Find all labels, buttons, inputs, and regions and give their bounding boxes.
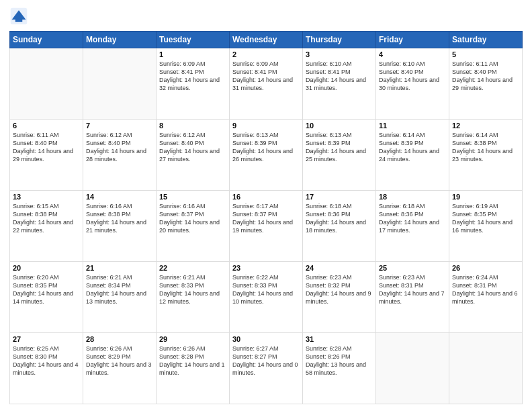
day-number: 31: [306, 335, 373, 343]
calendar-cell: 9Sunrise: 6:13 AM Sunset: 8:39 PM Daylig…: [230, 120, 303, 191]
calendar-cell: [10, 48, 83, 120]
weekday-header-row: SundayMondayTuesdayWednesdayThursdayFrid…: [10, 32, 523, 48]
page: SundayMondayTuesdayWednesdayThursdayFrid…: [0, 0, 532, 411]
calendar-cell: 20Sunrise: 6:20 AM Sunset: 8:35 PM Dayli…: [10, 262, 83, 333]
weekday-header-cell: Thursday: [303, 32, 376, 48]
day-number: 9: [232, 122, 300, 130]
calendar-cell: 7Sunrise: 6:12 AM Sunset: 8:40 PM Daylig…: [83, 120, 157, 191]
day-info: Sunrise: 6:11 AM Sunset: 8:40 PM Dayligh…: [13, 131, 80, 164]
day-number: 1: [159, 50, 226, 58]
calendar-week-row: 20Sunrise: 6:20 AM Sunset: 8:35 PM Dayli…: [10, 262, 523, 333]
calendar-week-row: 27Sunrise: 6:25 AM Sunset: 8:30 PM Dayli…: [10, 333, 523, 404]
day-number: 18: [379, 193, 446, 201]
calendar-cell: 19Sunrise: 6:19 AM Sunset: 8:35 PM Dayli…: [449, 191, 523, 262]
day-info: Sunrise: 6:21 AM Sunset: 8:34 PM Dayligh…: [86, 273, 153, 306]
day-info: Sunrise: 6:13 AM Sunset: 8:39 PM Dayligh…: [306, 131, 373, 164]
weekday-header-cell: Saturday: [449, 32, 523, 48]
day-number: 22: [159, 264, 226, 272]
day-info: Sunrise: 6:12 AM Sunset: 8:40 PM Dayligh…: [86, 131, 153, 164]
calendar-cell: 31Sunrise: 6:28 AM Sunset: 8:26 PM Dayli…: [303, 333, 376, 404]
day-info: Sunrise: 6:22 AM Sunset: 8:33 PM Dayligh…: [232, 273, 300, 306]
logo-icon: [9, 7, 28, 26]
day-number: 4: [379, 50, 446, 58]
day-info: Sunrise: 6:09 AM Sunset: 8:41 PM Dayligh…: [159, 60, 226, 93]
calendar-cell: 29Sunrise: 6:26 AM Sunset: 8:28 PM Dayli…: [157, 333, 230, 404]
day-number: 15: [159, 193, 226, 201]
calendar-cell: 4Sunrise: 6:10 AM Sunset: 8:40 PM Daylig…: [376, 48, 449, 120]
header: [9, 7, 523, 26]
day-info: Sunrise: 6:15 AM Sunset: 8:38 PM Dayligh…: [13, 202, 80, 235]
calendar-cell: 15Sunrise: 6:16 AM Sunset: 8:37 PM Dayli…: [157, 191, 230, 262]
weekday-header-cell: Sunday: [10, 32, 83, 48]
day-number: 24: [306, 264, 373, 272]
day-info: Sunrise: 6:12 AM Sunset: 8:40 PM Dayligh…: [159, 131, 226, 164]
calendar-cell: 16Sunrise: 6:17 AM Sunset: 8:37 PM Dayli…: [230, 191, 303, 262]
calendar-cell: 10Sunrise: 6:13 AM Sunset: 8:39 PM Dayli…: [303, 120, 376, 191]
day-number: 12: [452, 122, 519, 130]
calendar-body: 1Sunrise: 6:09 AM Sunset: 8:41 PM Daylig…: [10, 48, 523, 404]
day-info: Sunrise: 6:26 AM Sunset: 8:28 PM Dayligh…: [159, 345, 226, 377]
svg-rect-2: [15, 19, 23, 22]
day-info: Sunrise: 6:26 AM Sunset: 8:29 PM Dayligh…: [86, 345, 153, 377]
calendar-cell: 17Sunrise: 6:18 AM Sunset: 8:36 PM Dayli…: [303, 191, 376, 262]
calendar-cell: 14Sunrise: 6:16 AM Sunset: 8:38 PM Dayli…: [83, 191, 157, 262]
logo: [9, 7, 31, 26]
day-number: 26: [452, 264, 519, 272]
day-info: Sunrise: 6:16 AM Sunset: 8:37 PM Dayligh…: [159, 202, 226, 235]
day-number: 5: [452, 50, 519, 58]
calendar-cell: 12Sunrise: 6:14 AM Sunset: 8:38 PM Dayli…: [449, 120, 523, 191]
day-info: Sunrise: 6:18 AM Sunset: 8:36 PM Dayligh…: [306, 202, 373, 235]
calendar-cell: 22Sunrise: 6:21 AM Sunset: 8:33 PM Dayli…: [157, 262, 230, 333]
calendar-cell: 21Sunrise: 6:21 AM Sunset: 8:34 PM Dayli…: [83, 262, 157, 333]
day-number: 6: [13, 122, 80, 130]
day-number: 27: [13, 335, 80, 343]
calendar-cell: 18Sunrise: 6:18 AM Sunset: 8:36 PM Dayli…: [376, 191, 449, 262]
day-number: 10: [306, 122, 373, 130]
day-number: 17: [306, 193, 373, 201]
calendar-cell: [376, 333, 449, 404]
day-info: Sunrise: 6:13 AM Sunset: 8:39 PM Dayligh…: [232, 131, 300, 164]
day-info: Sunrise: 6:09 AM Sunset: 8:41 PM Dayligh…: [232, 60, 300, 93]
calendar-cell: 28Sunrise: 6:26 AM Sunset: 8:29 PM Dayli…: [83, 333, 157, 404]
day-info: Sunrise: 6:23 AM Sunset: 8:31 PM Dayligh…: [379, 273, 446, 306]
day-number: 29: [159, 335, 226, 343]
calendar-cell: 3Sunrise: 6:10 AM Sunset: 8:41 PM Daylig…: [303, 48, 376, 120]
day-info: Sunrise: 6:23 AM Sunset: 8:32 PM Dayligh…: [306, 273, 373, 306]
calendar-cell: 6Sunrise: 6:11 AM Sunset: 8:40 PM Daylig…: [10, 120, 83, 191]
day-info: Sunrise: 6:20 AM Sunset: 8:35 PM Dayligh…: [13, 273, 80, 306]
day-info: Sunrise: 6:17 AM Sunset: 8:37 PM Dayligh…: [232, 202, 300, 235]
day-info: Sunrise: 6:19 AM Sunset: 8:35 PM Dayligh…: [452, 202, 519, 235]
day-info: Sunrise: 6:27 AM Sunset: 8:27 PM Dayligh…: [232, 345, 300, 377]
calendar-week-row: 13Sunrise: 6:15 AM Sunset: 8:38 PM Dayli…: [10, 191, 523, 262]
calendar-cell: 24Sunrise: 6:23 AM Sunset: 8:32 PM Dayli…: [303, 262, 376, 333]
calendar-cell: 11Sunrise: 6:14 AM Sunset: 8:39 PM Dayli…: [376, 120, 449, 191]
calendar-cell: [83, 48, 157, 120]
day-info: Sunrise: 6:21 AM Sunset: 8:33 PM Dayligh…: [159, 273, 226, 306]
day-number: 25: [379, 264, 446, 272]
day-info: Sunrise: 6:16 AM Sunset: 8:38 PM Dayligh…: [86, 202, 153, 235]
day-info: Sunrise: 6:25 AM Sunset: 8:30 PM Dayligh…: [13, 345, 80, 377]
day-number: 21: [86, 264, 153, 272]
day-info: Sunrise: 6:28 AM Sunset: 8:26 PM Dayligh…: [306, 345, 373, 377]
weekday-header-cell: Friday: [376, 32, 449, 48]
calendar-cell: 1Sunrise: 6:09 AM Sunset: 8:41 PM Daylig…: [157, 48, 230, 120]
day-info: Sunrise: 6:14 AM Sunset: 8:39 PM Dayligh…: [379, 131, 446, 164]
calendar-cell: 25Sunrise: 6:23 AM Sunset: 8:31 PM Dayli…: [376, 262, 449, 333]
calendar-table: SundayMondayTuesdayWednesdayThursdayFrid…: [9, 31, 523, 404]
day-info: Sunrise: 6:18 AM Sunset: 8:36 PM Dayligh…: [379, 202, 446, 235]
day-number: 13: [13, 193, 80, 201]
calendar-cell: [449, 333, 523, 404]
day-number: 3: [306, 50, 373, 58]
calendar-cell: 8Sunrise: 6:12 AM Sunset: 8:40 PM Daylig…: [157, 120, 230, 191]
weekday-header-cell: Wednesday: [230, 32, 303, 48]
day-info: Sunrise: 6:10 AM Sunset: 8:40 PM Dayligh…: [379, 60, 446, 93]
day-number: 8: [159, 122, 226, 130]
calendar-week-row: 6Sunrise: 6:11 AM Sunset: 8:40 PM Daylig…: [10, 120, 523, 191]
day-number: 23: [232, 264, 300, 272]
calendar-cell: 23Sunrise: 6:22 AM Sunset: 8:33 PM Dayli…: [230, 262, 303, 333]
day-number: 20: [13, 264, 80, 272]
day-number: 2: [232, 50, 300, 58]
day-number: 11: [379, 122, 446, 130]
day-number: 28: [86, 335, 153, 343]
weekday-header-cell: Monday: [83, 32, 157, 48]
